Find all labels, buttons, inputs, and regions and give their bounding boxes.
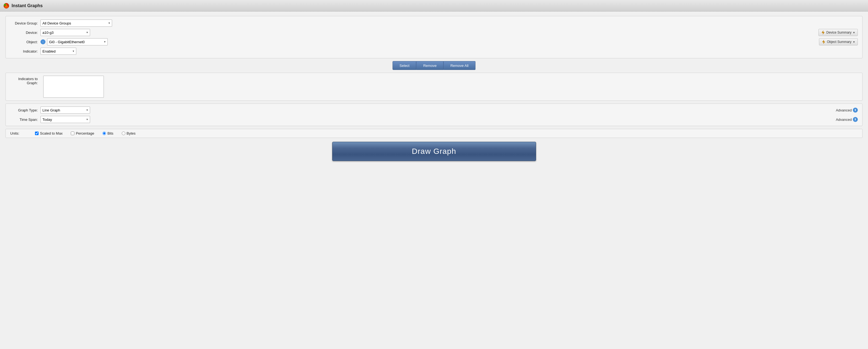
bytes-label: Bytes xyxy=(127,131,136,135)
bytes-radio[interactable] xyxy=(122,132,125,135)
time-span-row: Time Span: TodayYesterdayLast WeekLast M… xyxy=(10,116,858,123)
graph-type-label: Graph Type: xyxy=(10,108,40,112)
device-summary-arrow[interactable]: ▼ xyxy=(852,31,855,34)
indicator-row: Indicator: EnabledDisabled xyxy=(10,47,858,55)
form-panel: Device Group: All Device Groups Device: … xyxy=(5,16,863,58)
indicators-listbox[interactable] xyxy=(43,76,104,98)
indicators-row: Indicators to Graph: xyxy=(10,76,858,98)
time-span-label: Time Span: xyxy=(10,117,40,121)
bits-label: Bits xyxy=(107,131,114,135)
device-summary-icon xyxy=(821,30,825,35)
scaled-to-max-checkbox[interactable] xyxy=(35,132,38,135)
svg-marker-4 xyxy=(822,40,825,44)
app-header: Instant Graphs xyxy=(0,0,868,11)
device-group-select-wrapper: All Device Groups xyxy=(40,20,112,27)
device-select-wrapper: a10-g3 xyxy=(40,29,90,36)
device-group-label: Device Group: xyxy=(10,21,40,25)
indicators-label: Indicators to Graph: xyxy=(10,76,40,85)
indicator-select-wrapper: EnabledDisabled xyxy=(40,47,76,55)
graph-type-control-area: Line GraphBar GraphArea Graph xyxy=(40,106,836,114)
time-span-control-area: TodayYesterdayLast WeekLast Month xyxy=(40,116,836,123)
object-summary-arrow[interactable]: ▼ xyxy=(852,40,855,43)
main-content: Device Group: All Device Groups Device: … xyxy=(0,11,868,349)
device-control-area: a10-g3 xyxy=(40,29,818,36)
units-label: Units: xyxy=(10,131,27,135)
graph-options-panel: Graph Type: Line GraphBar GraphArea Grap… xyxy=(5,104,863,126)
indicator-label: Indicator: xyxy=(10,49,40,54)
device-group-row: Device Group: All Device Groups xyxy=(10,20,858,27)
select-button[interactable]: Select xyxy=(393,61,416,70)
object-control-area: ↑ Gi0 - GigabitEthernet0 xyxy=(40,38,819,45)
svg-point-2 xyxy=(4,4,6,6)
object-select[interactable]: Gi0 - GigabitEthernet0 xyxy=(47,38,108,45)
device-summary-area: Device Summary ▼ xyxy=(818,29,858,36)
units-panel: Units: Scaled to Max Percentage Bits Byt… xyxy=(5,129,863,138)
device-row: Device: a10-g3 Device Summary ▼ xyxy=(10,29,858,36)
app-title: Instant Graphs xyxy=(11,3,43,8)
graph-type-select[interactable]: Line GraphBar GraphArea Graph xyxy=(40,106,90,114)
bits-option: Bits xyxy=(102,131,114,135)
remove-all-button[interactable]: Remove All xyxy=(443,61,475,70)
object-select-wrapper: Gi0 - GigabitEthernet0 xyxy=(47,38,108,45)
scaled-to-max-option: Scaled to Max xyxy=(35,131,63,135)
object-label: Object: xyxy=(10,40,40,44)
svg-marker-3 xyxy=(822,31,825,34)
graph-type-select-wrapper: Line GraphBar GraphArea Graph xyxy=(40,106,90,114)
percentage-checkbox[interactable] xyxy=(71,132,74,135)
device-label: Device: xyxy=(10,31,40,35)
graph-type-advanced-label: Advanced xyxy=(836,108,852,112)
object-summary-icon xyxy=(822,40,826,44)
remove-button[interactable]: Remove xyxy=(416,61,443,70)
object-info-icon[interactable]: ↑ xyxy=(40,39,45,44)
percentage-option: Percentage xyxy=(71,131,94,135)
object-summary-label: Object Summary xyxy=(827,40,851,44)
device-summary-label: Device Summary xyxy=(827,31,851,34)
object-summary-area: Object Summary ▼ xyxy=(819,38,858,45)
time-span-select-wrapper: TodayYesterdayLast WeekLast Month xyxy=(40,116,90,123)
device-group-select[interactable]: All Device Groups xyxy=(40,20,112,27)
device-group-control-area: All Device Groups xyxy=(40,20,858,27)
time-span-advanced[interactable]: Advanced ⬆ xyxy=(836,117,858,122)
device-summary-button[interactable]: Device Summary ▼ xyxy=(818,29,858,36)
graph-type-row: Graph Type: Line GraphBar GraphArea Grap… xyxy=(10,106,858,114)
app-logo xyxy=(3,3,9,9)
time-span-select[interactable]: TodayYesterdayLast WeekLast Month xyxy=(40,116,90,123)
graph-type-advanced[interactable]: Advanced ⬆ xyxy=(836,108,858,112)
indicator-select[interactable]: EnabledDisabled xyxy=(40,47,76,55)
object-row: Object: ↑ Gi0 - GigabitEthernet0 Object … xyxy=(10,38,858,45)
bytes-option: Bytes xyxy=(122,131,136,135)
scaled-to-max-label: Scaled to Max xyxy=(40,131,63,135)
time-span-advanced-icon: ⬆ xyxy=(853,117,858,122)
indicator-control-area: EnabledDisabled xyxy=(40,47,858,55)
draw-graph-button[interactable]: Draw Graph xyxy=(332,142,536,161)
object-summary-button[interactable]: Object Summary ▼ xyxy=(819,38,858,45)
device-select[interactable]: a10-g3 xyxy=(40,29,90,36)
percentage-label: Percentage xyxy=(76,131,94,135)
bits-radio[interactable] xyxy=(102,132,106,135)
graph-type-advanced-icon: ⬆ xyxy=(853,108,858,112)
time-span-advanced-label: Advanced xyxy=(836,117,852,121)
indicators-panel: Indicators to Graph: xyxy=(5,73,863,101)
action-buttons-row: Select Remove Remove All xyxy=(5,61,863,70)
